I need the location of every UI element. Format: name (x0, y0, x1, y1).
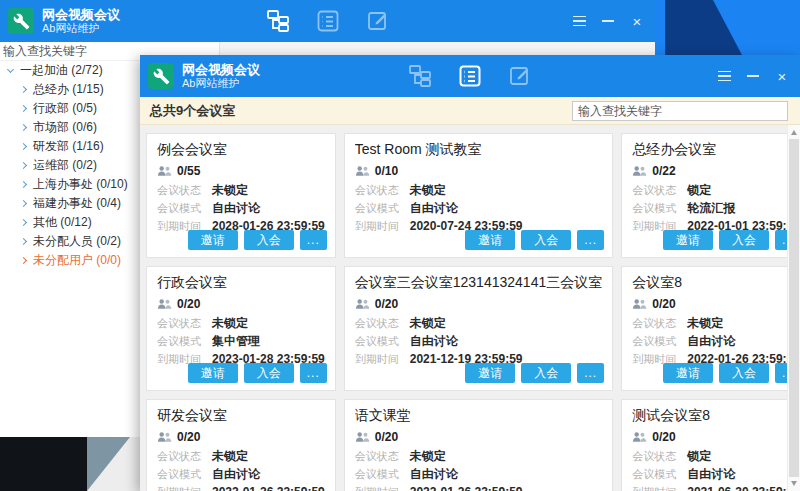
join-button[interactable]: 入会 (244, 363, 294, 383)
tree-item[interactable]: 一起加油 (2/72) (0, 61, 140, 80)
join-button[interactable]: 入会 (719, 230, 769, 250)
tree-item[interactable]: 研发部 (1/16) (0, 137, 140, 156)
edit-icon[interactable] (508, 64, 532, 88)
status-label: 会议状态 (157, 183, 212, 198)
meeting-rooms-window: 网会视频会议 Ab网站维护 × 总共9个会议室 例会会议室 (140, 55, 800, 491)
menu-icon[interactable] (714, 66, 734, 86)
summary-bar: 总共9个会议室 (140, 97, 800, 125)
tree-item[interactable]: 福建办事处 (0/4) (0, 194, 140, 213)
tree-item[interactable]: 未分配人员 (0/2) (0, 232, 140, 251)
more-button[interactable]: ... (300, 230, 327, 250)
invite-button[interactable]: 邀请 (465, 363, 515, 383)
more-button[interactable]: ... (300, 363, 327, 383)
close-icon[interactable]: × (772, 66, 792, 86)
scroll-down-icon[interactable] (791, 481, 797, 486)
mode-value: 自由讨论 (410, 200, 458, 217)
more-button[interactable]: ... (775, 363, 787, 383)
scrollbar-thumb[interactable] (789, 139, 799, 477)
expire-label: 到期时间 (632, 485, 687, 491)
tree-item[interactable]: 行政部 (0/5) (0, 99, 140, 118)
expire-label: 到期时间 (355, 352, 410, 367)
invite-button[interactable]: 邀请 (188, 230, 238, 250)
meeting-room-card: 会议室三会议室123141324141三会议室 0/20 会议状态 未锁定 会议… (344, 266, 613, 391)
invite-button[interactable]: 邀请 (663, 363, 713, 383)
tree-item[interactable]: 其他 (0/12) (0, 213, 140, 232)
mode-value: 轮流汇报 (687, 200, 735, 217)
meeting-room-card: 行政会议室 0/20 会议状态 未锁定 会议模式 集中管理 到期时间 (146, 266, 336, 391)
org-chart-icon[interactable] (266, 9, 290, 33)
status-value: 未锁定 (212, 182, 248, 199)
app-subtitle: Ab网站维护 (182, 77, 260, 90)
room-name: Test Room 测试教室 (355, 141, 602, 159)
caret-icon[interactable] (20, 143, 27, 150)
wallpaper-bottom-left (0, 437, 140, 491)
mode-label: 会议模式 (355, 201, 410, 216)
caret-icon[interactable] (20, 162, 27, 169)
meeting-room-card: 例会会议室 0/55 会议状态 未锁定 会议模式 自由讨论 到期时间 (146, 133, 336, 258)
mode-label: 会议模式 (355, 334, 410, 349)
mode-value: 自由讨论 (687, 466, 735, 483)
tree-item[interactable]: 运维部 (0/2) (0, 156, 140, 175)
minimize-icon[interactable] (598, 11, 618, 31)
participant-count: 0/20 (652, 297, 675, 311)
participant-count: 0/20 (652, 430, 675, 444)
room-name: 会议室三会议室123141324141三会议室 (355, 274, 602, 292)
menu-icon[interactable] (569, 11, 589, 31)
status-label: 会议状态 (157, 316, 212, 331)
mode-value: 自由讨论 (212, 200, 260, 217)
caret-icon[interactable] (20, 86, 27, 93)
room-search-input[interactable] (572, 101, 788, 121)
invite-button[interactable]: 邀请 (465, 230, 515, 250)
more-button[interactable]: ... (775, 230, 787, 250)
tree-item[interactable]: 市场部 (0/6) (0, 118, 140, 137)
participant-count: 0/10 (375, 164, 398, 178)
invite-button[interactable]: 邀请 (188, 363, 238, 383)
participant-count: 0/20 (177, 430, 200, 444)
caret-icon[interactable] (20, 238, 27, 245)
join-button[interactable]: 入会 (521, 230, 571, 250)
tree-item-label: 福建办事处 (0/4) (33, 195, 121, 212)
caret-icon[interactable] (7, 66, 14, 73)
tree-item-label: 其他 (0/12) (33, 214, 92, 231)
status-label: 会议状态 (632, 183, 687, 198)
join-button[interactable]: 入会 (244, 230, 294, 250)
caret-icon[interactable] (20, 124, 27, 131)
status-value: 锁定 (687, 448, 711, 465)
participant-count: 0/20 (375, 297, 398, 311)
minimize-icon[interactable] (743, 66, 763, 86)
caret-icon[interactable] (20, 181, 27, 188)
room-list-icon[interactable] (316, 9, 340, 33)
invite-button[interactable]: 邀请 (663, 230, 713, 250)
room-name: 例会会议室 (157, 141, 325, 159)
caret-icon[interactable] (20, 105, 27, 112)
tree-item[interactable]: 总经办 (1/15) (0, 80, 140, 99)
wrench-icon (153, 68, 170, 85)
back-titlebar[interactable]: 网会视频会议 Ab网站维护 × (0, 0, 655, 42)
participants-icon (632, 298, 647, 310)
caret-icon[interactable] (20, 200, 27, 207)
room-name: 行政会议室 (157, 274, 325, 292)
more-button[interactable]: ... (577, 230, 604, 250)
more-button[interactable]: ... (577, 363, 604, 383)
caret-icon[interactable] (20, 257, 27, 264)
mode-label: 会议模式 (157, 201, 212, 216)
room-list-icon[interactable] (458, 64, 482, 88)
caret-icon[interactable] (20, 219, 27, 226)
status-value: 未锁定 (410, 182, 446, 199)
participant-count: 0/20 (177, 297, 200, 311)
edit-icon[interactable] (366, 9, 390, 33)
tree-item[interactable]: 上海办事处 (0/10) (0, 175, 140, 194)
join-button[interactable]: 入会 (521, 363, 571, 383)
wallpaper-top-right (655, 0, 800, 55)
join-button[interactable]: 入会 (719, 363, 769, 383)
tree-item[interactable]: 未分配用户 (0/0) (0, 251, 140, 270)
meeting-room-card: 总经办会议室 0/22 会议状态 锁定 会议模式 轮流汇报 到期时间 (621, 133, 787, 258)
mode-value: 自由讨论 (687, 333, 735, 350)
org-chart-icon[interactable] (408, 64, 432, 88)
expire-label: 到期时间 (157, 485, 212, 491)
close-icon[interactable]: × (627, 11, 647, 31)
mode-label: 会议模式 (632, 201, 687, 216)
front-titlebar[interactable]: 网会视频会议 Ab网站维护 × (140, 55, 800, 97)
scroll-up-icon[interactable] (791, 130, 797, 135)
scrollbar[interactable] (787, 125, 800, 491)
